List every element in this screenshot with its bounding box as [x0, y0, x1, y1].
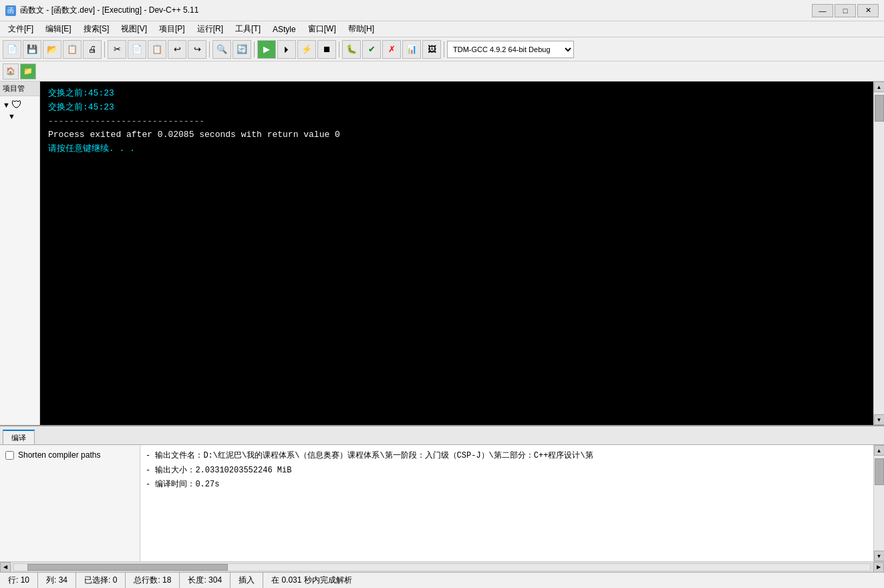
horizontal-scrollbar[interactable]: ◀ ▶ — [0, 561, 884, 572]
bottom-scroll-thumb[interactable] — [875, 458, 884, 485]
hscroll-left-button[interactable]: ◀ — [0, 562, 11, 573]
find-button[interactable]: 🔍 — [212, 40, 231, 59]
project-manager-header: 项目管 — [0, 82, 39, 96]
bottom-right-scrollbar[interactable]: ▲ ▼ — [873, 445, 884, 561]
compile-button[interactable]: ▶ — [257, 40, 276, 59]
hscroll-track[interactable] — [13, 563, 871, 571]
shorten-paths-label: Shorten compiler paths — [18, 450, 100, 460]
status-total-lines: 总行数: 18 — [126, 573, 180, 588]
cut-button[interactable]: ✂ — [108, 40, 126, 59]
hscroll-right-button[interactable]: ▶ — [873, 562, 884, 573]
compiler-line-3: - 编译时间：0.27s — [146, 478, 868, 492]
shorten-paths-checkbox[interactable] — [5, 451, 14, 460]
app-icon: 函 — [5, 5, 16, 16]
menu-help[interactable]: 帮助[H] — [343, 22, 380, 37]
compile-tab[interactable]: 编译 — [3, 430, 35, 444]
check-button[interactable]: ✔ — [362, 40, 381, 59]
status-selected: 已选择: 0 — [76, 573, 126, 588]
window-title: 函数文 - [函数文.dev] - [Executing] - Dev-C++ … — [20, 5, 198, 16]
menu-project[interactable]: 项目[P] — [154, 22, 190, 37]
separator-3 — [254, 41, 255, 57]
left-panel: 项目管 ▼ 🛡 ▼ — [0, 82, 40, 425]
debug-button[interactable]: 🐛 — [342, 40, 361, 59]
compiler-output: - 输出文件名：D:\红泥巴\我的课程体系\（信息奥赛）课程体系\第一阶段：入门… — [140, 445, 873, 561]
scroll-thumb[interactable] — [875, 95, 884, 122]
right-scrollbar[interactable]: ▲ ▼ — [873, 82, 884, 425]
separator-4 — [339, 41, 339, 57]
menu-search[interactable]: 搜索[S] — [78, 22, 115, 37]
replace-button[interactable]: 🔄 — [233, 40, 251, 59]
status-length: 长度: 304 — [180, 573, 231, 588]
status-mode: 插入 — [231, 573, 263, 588]
project-tree: ▼ 🛡 ▼ — [0, 96, 39, 425]
maximize-button[interactable]: □ — [835, 4, 856, 17]
paste-button[interactable]: 📋 — [148, 40, 166, 59]
compile-run-button[interactable]: ⚡ — [297, 40, 316, 59]
bottom-left-panel: Shorten compiler paths — [0, 445, 140, 561]
close-button[interactable]: ✕ — [857, 4, 879, 17]
tree-collapse[interactable]: ▼ — [8, 112, 15, 120]
error-button[interactable]: ✗ — [382, 40, 401, 59]
bottom-scroll-track[interactable] — [874, 456, 884, 551]
console-line-4: Process exited after 0.02085 seconds wit… — [48, 128, 865, 142]
menu-tools[interactable]: 工具[T] — [230, 22, 266, 37]
scroll-down-button[interactable]: ▼ — [874, 414, 885, 425]
menu-run[interactable]: 运行[R] — [192, 22, 229, 37]
bottom-scroll-up[interactable]: ▲ — [874, 445, 885, 456]
console-line-2: 交换之前:45:23 — [48, 101, 865, 115]
chart-button[interactable]: 📊 — [402, 40, 421, 59]
project-icon[interactable]: 🏠 — [3, 63, 19, 80]
menu-edit[interactable]: 编辑[E] — [40, 22, 77, 37]
status-bar: 行: 10 列: 34 已选择: 0 总行数: 18 长度: 304 插入 在 … — [0, 572, 884, 588]
menu-astyle[interactable]: AStyle — [267, 22, 301, 37]
console-line-1: 交换之前:45:23 — [48, 87, 865, 101]
copy-button[interactable]: 📄 — [128, 40, 146, 59]
scroll-up-button[interactable]: ▲ — [874, 82, 885, 92]
tree-expand[interactable]: ▼ — [3, 101, 10, 109]
separator-5 — [444, 41, 444, 57]
title-bar: 函 函数文 - [函数文.dev] - [Executing] - Dev-C+… — [0, 0, 884, 21]
secondary-toolbar: 🏠 📁 — [0, 61, 884, 82]
bottom-panel: 编译 Shorten compiler paths - 输出文件名：D:\红泥巴… — [0, 425, 884, 572]
bottom-scroll-down[interactable]: ▼ — [874, 551, 885, 561]
tree-root-icon: 🛡 — [11, 99, 22, 111]
run-button[interactable]: ⏵ — [277, 40, 296, 59]
stop-button[interactable]: ⏹ — [317, 40, 336, 59]
console-output: 交换之前:45:23 交换之前:45:23 ------------------… — [40, 82, 873, 425]
save-all-button[interactable]: 📋 — [63, 40, 82, 59]
compiler-line-1: - 输出文件名：D:\红泥巴\我的课程体系\（信息奥赛）课程体系\第一阶段：入门… — [146, 449, 868, 464]
new-button[interactable]: 📄 — [3, 40, 21, 59]
status-col: 列: 34 — [38, 573, 76, 588]
menu-view[interactable]: 视图[V] — [116, 22, 152, 37]
image-button[interactable]: 🖼 — [422, 40, 441, 59]
file-icon[interactable]: 📁 — [20, 63, 36, 80]
bottom-tab-bar: 编译 — [0, 426, 884, 445]
scroll-track[interactable] — [874, 92, 884, 414]
console-line-5: 请按任意键继续. . . — [48, 142, 865, 156]
separator-1 — [104, 41, 105, 57]
open-button[interactable]: 📂 — [43, 40, 61, 59]
menu-window[interactable]: 窗口[W] — [303, 22, 341, 37]
status-parse-time: 在 0.031 秒内完成解析 — [263, 573, 360, 588]
toolbar: 📄 💾 📂 📋 🖨 ✂ 📄 📋 ↩ ↪ 🔍 🔄 ▶ ⏵ ⚡ ⏹ 🐛 ✔ ✗ 📊 … — [0, 37, 884, 61]
menu-file[interactable]: 文件[F] — [3, 22, 39, 37]
undo-button[interactable]: ↩ — [168, 40, 186, 59]
redo-button[interactable]: ↪ — [188, 40, 206, 59]
save-button[interactable]: 💾 — [23, 40, 41, 59]
compiler-line-2: - 输出大小：2.03310203552246 MiB — [146, 464, 868, 478]
menu-bar: 文件[F] 编辑[E] 搜索[S] 视图[V] 项目[P] 运行[R] 工具[T… — [0, 21, 884, 37]
separator-2 — [209, 41, 210, 57]
print-button[interactable]: 🖨 — [83, 40, 102, 59]
hscroll-thumb[interactable] — [27, 564, 228, 571]
compiler-selector[interactable]: TDM-GCC 4.9.2 64-bit Debug — [447, 41, 574, 58]
window-controls: — □ ✕ — [812, 4, 879, 17]
console-line-3: ------------------------------ — [48, 115, 865, 129]
minimize-button[interactable]: — — [812, 4, 833, 17]
status-row: 行: 10 — [0, 573, 38, 588]
bottom-content: Shorten compiler paths - 输出文件名：D:\红泥巴\我的… — [0, 445, 884, 561]
